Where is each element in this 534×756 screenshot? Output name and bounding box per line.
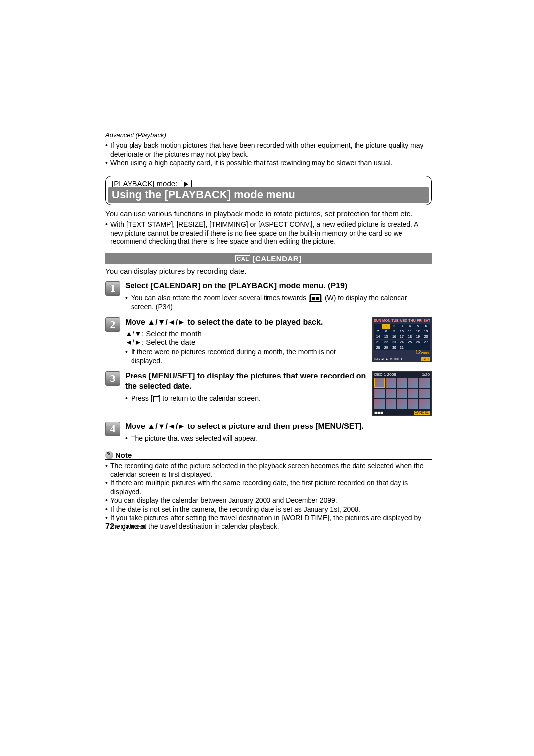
step-1: 1 Select [CALENDAR] on the [PLAYBACK] mo…	[105, 281, 432, 311]
note-heading: Note	[105, 451, 432, 460]
text: to select the date to be played back.	[185, 318, 323, 326]
text: Press [	[131, 394, 153, 402]
feature-header: CAL[CALENDAR]	[105, 253, 432, 264]
step-title: Select [CALENDAR] on the [PLAYBACK] mode…	[125, 281, 432, 291]
step-4: 4 Move ▲/▼/◄/► to select a picture and t…	[105, 422, 432, 443]
calendar-badge-icon: CAL	[235, 255, 250, 262]
dpad-arrows-icon: ▲/▼/◄/►	[147, 318, 185, 326]
mode-label: [PLAYBACK] mode:	[112, 179, 177, 188]
page-title: Using the [PLAYBACK] mode menu	[108, 187, 429, 203]
text: Move	[125, 422, 147, 430]
manual-page: Advanced (Playback) If you play back mot…	[105, 131, 432, 531]
top-notes-list: If you play back motion pictures that ha…	[105, 142, 432, 168]
top-note: If you play back motion pictures that ha…	[105, 142, 432, 159]
page-number: 72	[105, 522, 114, 531]
control-hint: ◄/►: Select the date	[125, 338, 367, 346]
top-note: When using a high capacity card, it is p…	[105, 159, 432, 168]
step-detail: If there were no pictures recorded durin…	[125, 347, 367, 365]
note-item: If there are multiple pictures with the …	[105, 479, 432, 496]
note-item: You can display the calendar between Jan…	[105, 496, 432, 505]
step-detail: The picture that was selected will appea…	[125, 434, 432, 443]
step-2: 2 Move ▲/▼/◄/► to select the date to be …	[105, 317, 432, 365]
note-item: The recording date of the picture select…	[105, 462, 432, 479]
text: to select a picture and then press [MENU…	[185, 422, 364, 430]
note-item: If the date is not set in the camera, th…	[105, 505, 432, 514]
step-number: 2	[105, 317, 120, 332]
intro-bullet: With [TEXT STAMP], [RESIZE], [TRIMMING] …	[105, 220, 432, 246]
note-icon	[105, 451, 113, 459]
doc-code: VQT1M59	[116, 523, 145, 531]
intro-text: You can use various functions in playbac…	[105, 209, 432, 219]
page-footer: 72VQT1M59	[105, 522, 145, 531]
calendar-screen-illustration: SUNMONTUEWEDTHUFRISAT 123456 78910111213…	[372, 317, 432, 362]
text: ] to return to the calendar screen.	[159, 394, 261, 402]
text: : Select the month	[142, 330, 202, 338]
leftright-arrows-icon: ◄/►	[125, 338, 142, 346]
mode-bar: [PLAYBACK] mode: Using the [PLAYBACK] mo…	[105, 176, 432, 205]
step-number: 1	[105, 281, 120, 296]
thumbnail-screen-illustration: DEC 1 20081/20 ◼◼◼CANCEL	[372, 371, 432, 416]
step-number: 4	[105, 422, 120, 436]
feature-name: [CALENDAR]	[252, 254, 301, 263]
updown-arrows-icon: ▲/▼	[125, 330, 142, 338]
note-label: Note	[115, 451, 132, 459]
step-title: Move ▲/▼/◄/► to select the date to be pl…	[125, 317, 367, 328]
section-header: Advanced (Playback)	[105, 131, 432, 140]
text: : Select the date	[142, 338, 195, 346]
step-title: Press [MENU/SET] to display the pictures…	[125, 371, 367, 392]
step-number: 3	[105, 371, 120, 386]
playback-icon	[181, 180, 192, 188]
text: Move	[125, 318, 147, 326]
notes-list: The recording date of the picture select…	[105, 462, 432, 531]
text: You can also rotate the zoom lever sever…	[131, 294, 310, 302]
trash-icon	[153, 395, 159, 402]
step-detail: Press [] to return to the calendar scree…	[125, 394, 367, 403]
multi-display-icon: ◼◼	[310, 294, 321, 302]
note-item: If you take pictures after setting the t…	[105, 514, 432, 531]
step-title: Move ▲/▼/◄/► to select a picture and the…	[125, 422, 432, 432]
control-hint: ▲/▼: Select the month	[125, 330, 367, 338]
feature-description: You can display pictures by recording da…	[105, 267, 432, 275]
step-3: 3 Press [MENU/SET] to display the pictur…	[105, 371, 432, 416]
step-detail: You can also rotate the zoom lever sever…	[125, 293, 432, 311]
intro-bullets: With [TEXT STAMP], [RESIZE], [TRIMMING] …	[105, 220, 432, 246]
dpad-arrows-icon: ▲/▼/◄/►	[147, 422, 185, 430]
